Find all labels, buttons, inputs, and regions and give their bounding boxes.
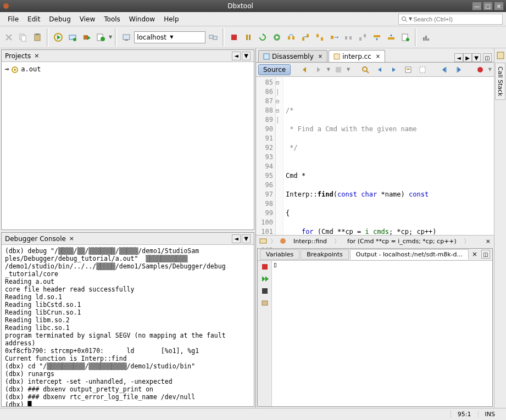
call-stack-tab[interactable]: Call Stack [495, 63, 505, 100]
source-button[interactable]: Source [258, 64, 291, 75]
code-editor[interactable]: 8586878889909192939495969798991001011021… [256, 77, 494, 235]
console-next-button[interactable]: ▼ [242, 234, 251, 243]
toggle-breakpoint-button[interactable] [399, 31, 412, 44]
output-panel: Variables Breakpoints Output - localhost… [257, 248, 493, 407]
output-rerun-button[interactable] [261, 275, 269, 283]
projects-prev-button[interactable]: ◄ [232, 52, 241, 60]
debug-executable-button[interactable] [94, 31, 108, 44]
toggle-bookmark-button[interactable] [416, 63, 429, 76]
make-callee-current-button[interactable] [385, 31, 398, 44]
tab-disassembly-close-icon[interactable]: × [318, 53, 322, 59]
connect-host-button[interactable] [207, 31, 220, 44]
step-into-expr-button[interactable] [356, 31, 369, 44]
output-side-toolbar [258, 261, 272, 407]
svg-rect-72 [497, 52, 504, 59]
menu-help[interactable]: Help [159, 14, 183, 25]
continue-button[interactable] [270, 31, 283, 44]
side-panels-button[interactable] [497, 52, 504, 59]
projects-next-button[interactable]: ▼ [242, 52, 251, 60]
menu-edit[interactable]: Edit [23, 14, 45, 25]
make-caller-current-button[interactable] [370, 31, 383, 44]
tab-scroll-left-button[interactable]: ◄ [454, 53, 463, 62]
tab-breakpoints[interactable]: Breakpoints [301, 249, 349, 260]
history-forward-button[interactable] [313, 63, 325, 76]
host-combo[interactable]: localhost ▼ [134, 31, 205, 43]
tab-list-button[interactable]: ▼ [472, 53, 481, 62]
debug-core-button[interactable] [80, 31, 93, 44]
projects-close-icon[interactable]: × [34, 52, 39, 59]
shift-left-button[interactable] [438, 63, 451, 76]
tree-expander-icon[interactable]: ⊸ [5, 65, 9, 74]
cut-button[interactable] [2, 31, 15, 44]
menu-view[interactable]: View [75, 14, 99, 25]
history-back-button[interactable] [298, 63, 310, 76]
options-dropdown-icon[interactable]: ▼ [347, 67, 350, 72]
run-to-cursor-button[interactable] [327, 31, 341, 44]
paste-button[interactable] [31, 31, 44, 44]
breadcrumb-nav-icon[interactable] [259, 237, 267, 245]
maximize-editor-button[interactable]: ◫ [483, 53, 492, 62]
toggle-highlight-button[interactable] [402, 63, 414, 76]
code-text[interactable]: /* * Find a Cmd with the given name */ C… [283, 77, 494, 235]
find-previous-button[interactable] [374, 63, 386, 76]
tab-interp-cc[interactable]: interp.cc × [329, 50, 385, 62]
find-selection-button[interactable] [359, 63, 371, 76]
breadcrumb-close-icon[interactable]: × [486, 238, 491, 245]
editor-options-button[interactable] [332, 63, 344, 76]
svg-point-66 [280, 238, 286, 244]
svg-marker-8 [57, 35, 60, 40]
search-box[interactable]: ▼ [398, 14, 503, 25]
project-tree-root[interactable]: ⊸ a.out [5, 64, 251, 75]
attach-debugger-button[interactable] [66, 31, 79, 44]
breadcrumb-sep-icon: 〉 [270, 237, 276, 245]
debug-dropdown-icon[interactable]: ▼ [109, 35, 112, 40]
menu-debug[interactable]: Debug [45, 14, 75, 25]
pause-button[interactable] [242, 31, 255, 44]
console-close-icon[interactable]: × [69, 235, 74, 242]
close-window-button[interactable]: ✕ [494, 2, 504, 10]
line-number-gutter[interactable]: 8586878889909192939495969798991001011021… [256, 77, 276, 235]
macro-dropdown-icon[interactable]: ▼ [488, 67, 492, 72]
tab-output[interactable]: Output - localhost:/net/sdt-m8k-d... [350, 249, 469, 260]
maximize-button[interactable]: □ [483, 2, 493, 10]
tab-scroll-right-button[interactable]: ▶ [463, 53, 472, 62]
breadcrumb-statement[interactable]: for (Cmd **cp = i_cmds; *cp; cp++) [343, 236, 460, 247]
fold-gutter[interactable]: ⊟│⊟⊟│ [276, 77, 283, 235]
menu-file[interactable]: File [3, 14, 23, 25]
svg-rect-59 [420, 67, 425, 72]
output-maximize-button[interactable]: ◫ [481, 250, 490, 259]
menu-tools[interactable]: Tools [99, 14, 125, 25]
step-over-button[interactable] [285, 31, 298, 44]
menu-window[interactable]: Window [125, 14, 159, 25]
debug-project-button[interactable] [52, 31, 65, 44]
step-out-button[interactable] [313, 31, 326, 44]
search-dropdown-icon[interactable]: ▼ [409, 16, 412, 21]
search-input[interactable] [413, 16, 496, 23]
svg-line-2 [405, 20, 407, 22]
output-stop-button[interactable] [261, 263, 269, 271]
output-settings-button[interactable] [261, 299, 269, 307]
history-dropdown-icon[interactable]: ▼ [327, 67, 330, 72]
find-next-button[interactable] [388, 63, 400, 76]
output-wrap-button[interactable] [261, 287, 269, 295]
start-macro-record-button[interactable] [474, 63, 486, 76]
chevron-down-icon[interactable]: ▼ [170, 35, 203, 40]
breadcrumb-function[interactable]: Interp::find [290, 236, 331, 247]
console-output[interactable]: (dbx) debug "/▒▒▒▒/▒▒/▒▒▒▒▒▒▒/▒▒▒▒▒/demo… [2, 245, 254, 406]
stop-button[interactable] [227, 31, 241, 44]
console-prev-button[interactable]: ◄ [232, 234, 241, 243]
step-into-button[interactable] [299, 31, 312, 44]
svg-rect-71 [262, 301, 268, 305]
svg-rect-30 [321, 37, 323, 41]
tab-disassembly[interactable]: Disassembly × [258, 50, 327, 62]
tab-variables[interactable]: Variables [260, 249, 299, 260]
copy-button[interactable] [16, 31, 30, 44]
shift-right-button[interactable] [453, 63, 465, 76]
profile-button[interactable] [420, 31, 433, 44]
tab-output-close-icon[interactable]: × [472, 250, 477, 258]
tab-interp-close-icon[interactable]: × [376, 53, 380, 59]
output-body[interactable]: ▯ [272, 261, 492, 407]
minimize-button[interactable]: — [472, 2, 482, 10]
restart-button[interactable] [256, 31, 269, 44]
step-over-expr-button[interactable] [342, 31, 355, 44]
